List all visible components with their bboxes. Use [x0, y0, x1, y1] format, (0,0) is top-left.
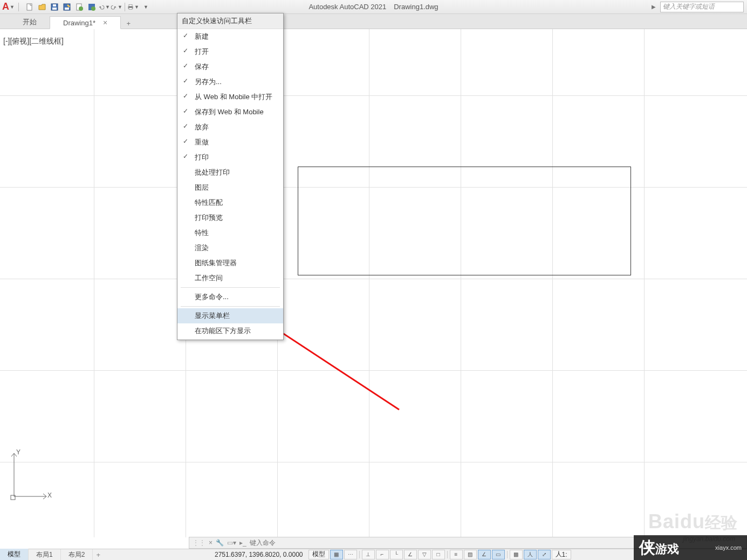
tab-drawing1[interactable]: Drawing1* × [50, 16, 121, 29]
ucs-icon[interactable]: Y X [9, 448, 52, 502]
menu-item-unchecked[interactable]: 特性匹配 [177, 195, 283, 210]
svg-line-20 [43, 494, 46, 496]
annotation-scale-toggle[interactable]: ▩ [510, 550, 523, 559]
svg-text:X: X [47, 492, 52, 499]
file-title: Drawing1.dwg [394, 3, 438, 11]
drawing-canvas[interactable]: [-][俯视][二维线框] Y X [0, 29, 747, 537]
tab-label: Drawing1* [63, 19, 95, 27]
tab-model[interactable]: 模型 [0, 549, 29, 561]
ortho-toggle[interactable]: └ [390, 550, 403, 559]
check-icon: ✓ [183, 137, 188, 145]
separator [181, 306, 280, 307]
isodraft-toggle[interactable]: ▽ [418, 550, 431, 559]
annotation-visibility-toggle[interactable]: 人 [524, 550, 537, 559]
separator [181, 287, 280, 288]
menu-item-checked[interactable]: ✓放弃 [177, 120, 283, 135]
check-icon: ✓ [183, 92, 188, 100]
check-icon: ✓ [183, 122, 188, 130]
menu-item-unchecked[interactable]: 特性 [177, 225, 283, 240]
svg-line-18 [11, 453, 14, 457]
check-icon: ✓ [183, 107, 188, 115]
3dosnap-toggle[interactable]: ▭ [492, 550, 505, 559]
menu-item-checked[interactable]: ✓从 Web 和 Mobile 中打开 [177, 89, 283, 105]
menu-item-checked[interactable]: ✓新建 [177, 29, 283, 44]
new-file-button[interactable] [24, 1, 36, 13]
svg-point-9 [91, 6, 95, 11]
menu-item-checked[interactable]: ✓打开 [177, 44, 283, 59]
watermark-xiayouxi: 侠游戏 xiayx.com [634, 535, 747, 560]
osnap-toggle[interactable]: □ [432, 550, 445, 559]
auto-scale-toggle[interactable]: ⤢ [538, 550, 551, 559]
lineweight-toggle[interactable]: ≡ [450, 550, 463, 559]
check-icon: ✓ [183, 62, 188, 70]
title-right: ▶ 键入关键字或短语 [652, 2, 744, 12]
svg-point-7 [79, 6, 83, 11]
open-web-button[interactable] [73, 1, 85, 13]
tab-layout1[interactable]: 布局1 [29, 549, 61, 561]
new-tab-button[interactable]: + [123, 18, 134, 29]
coordinates-readout[interactable]: 2751.6397, 1396.8020, 0.0000 [210, 551, 307, 558]
save-web-button[interactable] [86, 1, 98, 13]
menu-item-unchecked[interactable]: 批处理打印 [177, 165, 283, 180]
menu-item-unchecked[interactable]: 图层 [177, 180, 283, 195]
transparency-toggle[interactable]: ▨ [464, 550, 477, 559]
prompt-chevron-icon: ▸_ [239, 539, 246, 547]
svg-rect-12 [129, 8, 132, 9]
logo-letter: A [2, 1, 9, 12]
svg-text:Y: Y [16, 448, 20, 456]
redo-button[interactable]: ▼ [111, 1, 122, 13]
separator [18, 3, 19, 11]
svg-line-21 [43, 496, 46, 499]
snap-toggle[interactable]: ⋯ [344, 550, 357, 559]
svg-rect-0 [27, 4, 32, 10]
open-file-button[interactable] [36, 1, 48, 13]
check-icon: ✓ [183, 77, 188, 85]
menu-item-checked[interactable]: ✓另存为... [177, 74, 283, 89]
menu-item-show-below-ribbon[interactable]: 在功能区下方显示 [177, 323, 283, 338]
separator [125, 3, 125, 11]
svg-rect-17 [11, 495, 15, 500]
svg-rect-5 [65, 8, 69, 10]
qat-dropdown-button[interactable]: ▼ [140, 1, 152, 13]
menu-item-show-menubar[interactable]: 显示菜单栏 [177, 308, 283, 323]
commandline-grip-icon[interactable]: ⋮⋮ [193, 539, 205, 547]
menu-item-unchecked[interactable]: 渲染 [177, 240, 283, 255]
svg-rect-3 [53, 4, 56, 6]
print-button[interactable]: ▼ [127, 1, 139, 13]
viewport-label[interactable]: [-][俯视][二维线框] [3, 37, 64, 46]
quick-access-toolbar: ▼ ▼ ▼ ▼ [24, 1, 152, 13]
undo-button[interactable]: ▼ [98, 1, 110, 13]
menu-item-unchecked[interactable]: 打印预览 [177, 210, 283, 225]
search-input[interactable]: 键入关键字或短语 [660, 2, 744, 12]
wrench-icon[interactable]: 🔧 [216, 539, 224, 547]
check-icon: ✓ [183, 47, 188, 54]
add-layout-button[interactable]: + [93, 551, 104, 559]
save-as-button[interactable] [61, 1, 73, 13]
menu-header: 自定义快速访问工具栏 [177, 13, 283, 29]
qat-customize-menu: 自定义快速访问工具栏 ✓新建✓打开✓保存✓另存为...✓从 Web 和 Mobi… [177, 13, 284, 340]
chevron-down-icon: ▼ [10, 4, 15, 10]
menu-item-more-commands[interactable]: 更多命令... [177, 289, 283, 305]
close-icon[interactable]: × [103, 18, 107, 27]
menu-item-checked[interactable]: ✓保存 [177, 59, 283, 74]
menu-item-checked[interactable]: ✓保存到 Web 和 Mobile [177, 105, 283, 120]
recent-commands-icon[interactable]: ▭▾ [227, 539, 236, 547]
polar-toggle[interactable]: ∠ [404, 550, 417, 559]
tab-start[interactable]: 开始 [10, 16, 50, 29]
drawing-rectangle[interactable] [298, 167, 631, 275]
menu-item-unchecked[interactable]: 图纸集管理器 [177, 255, 283, 271]
save-button[interactable] [49, 1, 60, 13]
infer-constraints-toggle[interactable]: ⊥ [362, 550, 375, 559]
model-space-button[interactable]: 模型 [309, 550, 329, 559]
svg-rect-2 [52, 8, 57, 10]
app-logo[interactable]: A ▼ [0, 1, 17, 12]
close-icon[interactable]: × [209, 539, 213, 547]
dynamic-input-toggle[interactable]: ⌐ [376, 550, 389, 559]
annotation-scale-label[interactable]: 人1: [552, 550, 571, 559]
tab-layout2[interactable]: 布局2 [61, 549, 93, 561]
selection-cycling-toggle[interactable]: ∠ [478, 550, 491, 559]
menu-item-unchecked[interactable]: 工作空间 [177, 271, 283, 286]
grid-toggle[interactable]: ▦ [330, 550, 343, 559]
menu-item-checked[interactable]: ✓重做 [177, 135, 283, 150]
menu-item-checked[interactable]: ✓打印 [177, 150, 283, 165]
